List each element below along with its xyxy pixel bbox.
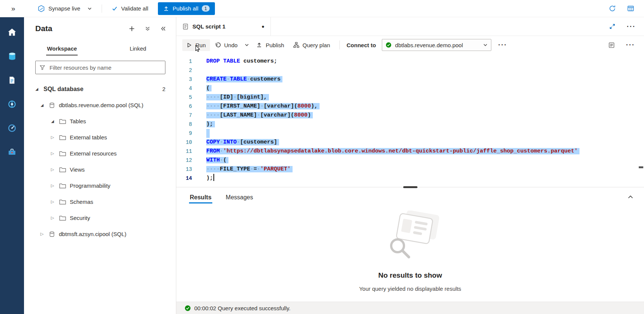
selection-highlight: ····[FIRST_NAME]·[varchar](8000), <box>206 103 320 109</box>
resource-tree: ◢SQL database2◢ dbtlabs.revenue.demo.poo… <box>24 76 176 242</box>
line-number[interactable]: 7 <box>176 111 199 120</box>
line-number[interactable]: 11 <box>176 147 199 156</box>
tree-item[interactable]: ▷ External tables <box>24 129 176 145</box>
tab-messages[interactable]: Messages <box>225 190 254 205</box>
pool-selector-dropdown[interactable]: dbtlabs.revenue.demo.pool <box>382 39 491 51</box>
collapse-all-icon[interactable] <box>145 26 150 31</box>
results-panel: Results Messages No results to show <box>176 189 644 314</box>
code-line[interactable]: 8); <box>176 120 644 129</box>
tab-results[interactable]: Results <box>189 190 212 205</box>
nav-manage-icon[interactable] <box>0 140 24 164</box>
collapse-results-icon[interactable] <box>627 194 633 200</box>
line-number[interactable]: 5 <box>176 93 199 102</box>
tree-item-label: Views <box>70 166 85 173</box>
panel-splitter[interactable] <box>176 186 644 189</box>
connected-check-icon <box>386 42 392 48</box>
tree-item[interactable]: ▷ Security <box>24 210 176 226</box>
validate-all-button[interactable]: Validate all <box>112 5 148 12</box>
nav-home-icon[interactable] <box>0 20 24 44</box>
expand-editor-icon[interactable] <box>609 23 615 30</box>
tree-item[interactable]: ▷ Schemas <box>24 194 176 210</box>
code-line-content: ····FILE_TYPE·=·'PARQUET' <box>199 165 293 174</box>
code-line[interactable]: 10COPY·INTO·[customers] <box>176 138 644 147</box>
code-line-content: ( <box>199 84 212 93</box>
code-line[interactable]: 5····[ID]·[bigint], <box>176 93 644 102</box>
more-actions-icon[interactable]: ··· <box>626 43 635 47</box>
expand-arrow-icon[interactable]: ▷ <box>50 215 56 220</box>
code-line-content: COPY·INTO·[customers] <box>199 138 279 147</box>
line-number[interactable]: 12 <box>176 156 199 165</box>
code-line[interactable]: 11FROM·'https://dbtlabsynapsedatalake.bl… <box>176 147 644 156</box>
undo-dropdown-icon[interactable] <box>242 40 251 50</box>
code-line[interactable]: 4( <box>176 84 644 93</box>
code-line-content: ); <box>199 120 215 129</box>
collapse-arrow-icon[interactable]: ◢ <box>34 87 40 91</box>
line-number[interactable]: 4 <box>176 84 199 93</box>
data-panel: Data Workspace Linked ◢SQL database2◢ <box>24 17 176 314</box>
line-number[interactable]: 2 <box>176 66 199 75</box>
refresh-icon[interactable] <box>609 5 616 12</box>
tab-linked[interactable]: Linked <box>100 40 176 57</box>
code-line[interactable]: 12WITH·( <box>176 156 644 165</box>
code-line[interactable]: 3CREATE·TABLE·customers <box>176 75 644 84</box>
expand-rail-icon[interactable]: » <box>11 4 21 13</box>
nav-integrate-icon[interactable] <box>0 92 24 116</box>
tree-item[interactable]: ▷ Views <box>24 161 176 178</box>
mode-switcher-button[interactable]: Synapse live <box>38 5 92 12</box>
expand-arrow-icon[interactable]: ▷ <box>39 232 45 236</box>
tab-workspace[interactable]: Workspace <box>24 40 100 57</box>
collapse-arrow-icon[interactable]: ◢ <box>39 103 45 107</box>
splitter-drag-handle[interactable] <box>403 186 417 188</box>
nav-data-icon[interactable] <box>0 44 24 68</box>
sql-code-editor[interactable]: 1DROP TABLE customers;23CREATE·TABLE·cus… <box>176 54 644 186</box>
expand-arrow-icon[interactable]: ▷ <box>50 151 56 156</box>
line-number[interactable]: 9 <box>176 129 199 138</box>
tree-item-label: External resources <box>70 150 117 157</box>
table-grid-icon[interactable] <box>627 5 634 12</box>
tab-more-actions-icon[interactable]: ··· <box>627 25 636 28</box>
line-number[interactable]: 3 <box>176 75 199 84</box>
collapse-panel-icon[interactable] <box>160 26 166 31</box>
line-number[interactable]: 8 <box>176 120 199 129</box>
code-line[interactable]: 13····FILE_TYPE·=·'PARQUET' <box>176 165 644 174</box>
line-number[interactable]: 6 <box>176 102 199 111</box>
code-line[interactable]: 7····[LAST_NAME]·[varchar](8000) <box>176 111 644 120</box>
line-number[interactable]: 1 <box>176 57 199 66</box>
code-line-content: ····[ID]·[bigint], <box>199 93 269 102</box>
code-line[interactable]: 2 <box>176 66 644 75</box>
expand-arrow-icon[interactable]: ▷ <box>50 135 56 140</box>
script-toolbar: Run Undo Publish <box>176 36 644 54</box>
publish-all-button[interactable]: Publish all 1 <box>158 2 215 15</box>
code-lines: 1DROP TABLE customers;23CREATE·TABLE·cus… <box>176 57 644 183</box>
expand-arrow-icon[interactable]: ▷ <box>50 183 56 188</box>
line-number[interactable]: 13 <box>176 165 199 174</box>
toolbar-more-icon[interactable]: ··· <box>498 43 507 47</box>
line-number[interactable]: 10 <box>176 138 199 147</box>
tree-item[interactable]: ◢ Tables <box>24 113 176 129</box>
code-line[interactable]: 9 <box>176 129 644 138</box>
code-line[interactable]: 1DROP TABLE customers; <box>176 57 644 66</box>
tree-item[interactable]: ◢SQL database2 <box>24 81 176 97</box>
folder-icon <box>59 167 66 172</box>
line-number[interactable]: 14 <box>176 174 199 183</box>
filter-resources-input[interactable] <box>49 64 161 71</box>
tree-item[interactable]: ▷ dbtmsft.azsyn.cipool (SQL) <box>24 226 176 242</box>
nav-develop-icon[interactable] <box>0 68 24 92</box>
add-resource-icon[interactable] <box>129 25 135 32</box>
run-button[interactable]: Run <box>182 39 210 51</box>
expand-arrow-icon[interactable]: ▷ <box>50 167 56 172</box>
code-line[interactable]: 14); <box>176 174 644 183</box>
publish-button[interactable]: Publish <box>252 39 288 51</box>
properties-icon[interactable] <box>608 42 615 48</box>
collapse-arrow-icon[interactable]: ◢ <box>50 119 56 123</box>
expand-arrow-icon[interactable]: ▷ <box>50 199 56 204</box>
undo-button[interactable]: Undo <box>211 39 242 51</box>
tree-item[interactable]: ◢ dbtlabs.revenue.demo.pool (SQL) <box>24 97 176 113</box>
tree-item[interactable]: ▷ Programmability <box>24 178 176 194</box>
nav-monitor-icon[interactable] <box>0 116 24 140</box>
code-line[interactable]: 6····[FIRST_NAME]·[varchar](8000), <box>176 102 644 111</box>
selection-highlight: ····[LAST_NAME]·[varchar](8000) <box>206 112 313 118</box>
query-plan-button[interactable]: Query plan <box>289 39 334 51</box>
tab-sql-script-1[interactable]: SQL script 1 ● <box>176 17 271 36</box>
tree-item[interactable]: ▷ External resources <box>24 145 176 161</box>
